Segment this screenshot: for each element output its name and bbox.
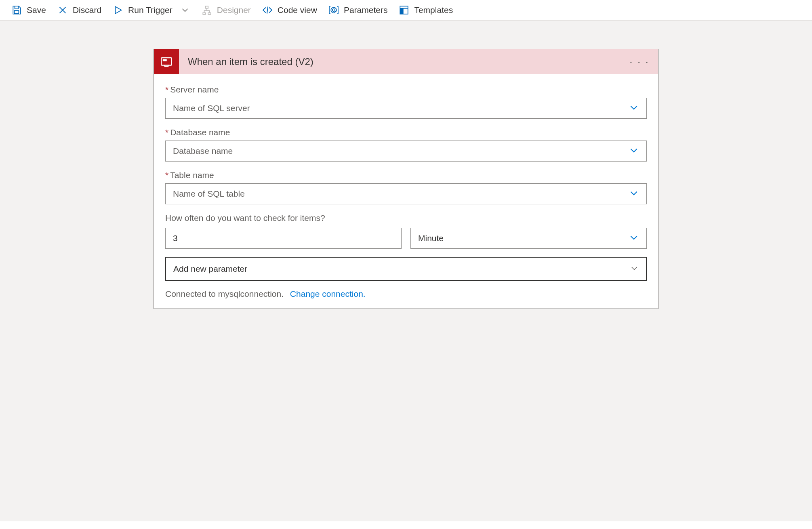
svg-rect-6 [401, 9, 403, 14]
field-table-name: *Table name Name of SQL table [165, 170, 647, 204]
close-icon [57, 5, 68, 15]
card-menu-button[interactable]: · · · [621, 59, 658, 64]
unit-dropdown[interactable]: Minute [410, 228, 647, 249]
table-name-label: *Table name [165, 170, 647, 180]
run-trigger-button[interactable]: Run Trigger [113, 5, 190, 15]
field-frequency: How often do you want to check for items… [165, 213, 647, 223]
connection-footer: Connected to mysqlconnection. Change con… [165, 289, 647, 299]
play-icon [113, 5, 123, 15]
parameters-label: Parameters [344, 5, 388, 15]
add-parameter-label: Add new parameter [173, 264, 247, 274]
svg-rect-1 [206, 6, 208, 8]
at-bracket-icon [328, 5, 339, 15]
code-view-button[interactable]: Code view [262, 5, 317, 15]
svg-rect-8 [163, 59, 167, 61]
change-connection-link[interactable]: Change connection. [290, 289, 366, 298]
hierarchy-icon [202, 5, 212, 15]
server-name-value: Name of SQL server [173, 103, 250, 113]
table-name-value: Name of SQL table [173, 189, 245, 199]
code-icon [262, 5, 273, 15]
template-icon [399, 5, 409, 15]
code-view-label: Code view [278, 5, 317, 15]
card-header[interactable]: When an item is created (V2) · · · [154, 49, 658, 74]
svg-rect-3 [208, 13, 211, 15]
card-title: When an item is created (V2) [179, 56, 621, 67]
templates-label: Templates [414, 5, 453, 15]
database-name-value: Database name [173, 146, 233, 156]
toolbar: Save Discard Run Trigger Designer [0, 0, 812, 21]
frequency-row: Minute [165, 228, 647, 249]
svg-rect-2 [203, 13, 206, 15]
database-name-dropdown[interactable]: Database name [165, 141, 647, 162]
templates-button[interactable]: Templates [399, 5, 453, 15]
discard-label: Discard [73, 5, 101, 15]
designer-button: Designer [202, 5, 251, 15]
chevron-down-icon [630, 264, 639, 275]
save-button[interactable]: Save [11, 5, 46, 15]
database-name-label: *Database name [165, 128, 647, 137]
card-body: *Server name Name of SQL server *Databas… [154, 74, 658, 309]
chevron-down-icon [629, 145, 639, 157]
run-trigger-label: Run Trigger [128, 5, 172, 15]
connection-status: Connected to mysqlconnection. [165, 289, 284, 298]
designer-canvas: When an item is created (V2) · · · *Serv… [0, 21, 812, 521]
field-database-name: *Database name Database name [165, 128, 647, 162]
chevron-down-icon [629, 188, 639, 200]
chevron-down-icon [629, 232, 639, 245]
save-label: Save [27, 5, 46, 15]
server-name-label: *Server name [165, 85, 647, 94]
add-parameter-dropdown[interactable]: Add new parameter [165, 257, 647, 281]
chevron-down-icon [629, 102, 639, 115]
frequency-label: How often do you want to check for items… [165, 213, 647, 223]
interval-input[interactable] [165, 228, 402, 249]
svg-rect-0 [15, 10, 19, 14]
trigger-card: When an item is created (V2) · · · *Serv… [154, 49, 658, 309]
svg-point-4 [332, 9, 335, 11]
table-name-dropdown[interactable]: Name of SQL table [165, 183, 647, 204]
field-server-name: *Server name Name of SQL server [165, 85, 647, 119]
svg-rect-7 [161, 58, 172, 65]
chevron-down-icon [180, 5, 190, 15]
discard-button[interactable]: Discard [57, 5, 101, 15]
parameters-button[interactable]: Parameters [328, 5, 388, 15]
unit-value: Minute [418, 233, 444, 243]
sql-connector-icon [154, 49, 179, 74]
save-icon [11, 5, 22, 15]
server-name-dropdown[interactable]: Name of SQL server [165, 98, 647, 119]
designer-label: Designer [217, 5, 251, 15]
